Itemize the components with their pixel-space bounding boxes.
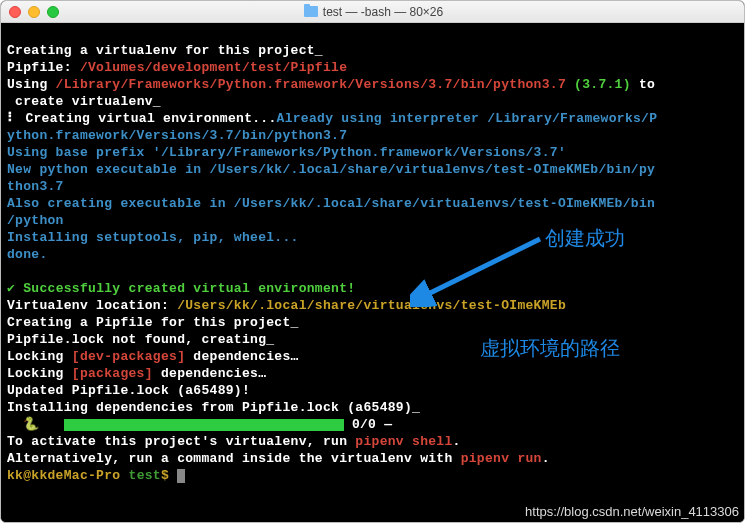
- output-text: .: [453, 434, 461, 449]
- output-line: Creating a virtualenv for this project_: [7, 43, 323, 58]
- window-title: test — -bash — 80×26: [59, 5, 688, 19]
- command-hint: pipenv shell: [355, 434, 452, 449]
- output-info: Using base prefix '/Library/Frameworks/P…: [7, 145, 566, 160]
- command-hint: pipenv run: [461, 451, 542, 466]
- output-info: Already using interpreter /Library/Frame…: [277, 111, 658, 126]
- progress-bar: [64, 419, 344, 431]
- annotation-success: 创建成功: [545, 225, 625, 252]
- terminal-body[interactable]: Creating a virtualenv for this project_ …: [1, 23, 744, 522]
- output-line: create virtualenv_: [7, 94, 161, 109]
- python-version: (3.7.1): [566, 77, 631, 92]
- title-text: test — -bash — 80×26: [323, 5, 443, 19]
- output-text: to: [631, 77, 655, 92]
- output-label: Locking: [7, 366, 72, 381]
- output-info: thon3.7: [7, 179, 64, 194]
- output-text: Alternatively, run a command inside the …: [7, 451, 461, 466]
- output-info: Also creating executable in /Users/kk/.l…: [7, 196, 655, 211]
- output-label: Locking: [7, 349, 72, 364]
- watermark: https://blog.csdn.net/weixin_4113306: [525, 504, 739, 519]
- prompt-symbol: $: [161, 468, 177, 483]
- prompt-dir: test: [129, 468, 161, 483]
- snake-icon: 🐍: [7, 417, 64, 432]
- progress-count: 0/0 —: [344, 417, 401, 432]
- terminal-window: test — -bash — 80×26 Creating a virtuale…: [0, 0, 745, 523]
- python-path: /Library/Frameworks/Python.framework/Ver…: [56, 77, 566, 92]
- output-line: Updated Pipfile.lock (a65489)!: [7, 383, 250, 398]
- output-label: Using: [7, 77, 56, 92]
- output-label: Pipfile:: [7, 60, 80, 75]
- minimize-icon[interactable]: [28, 6, 40, 18]
- folder-icon: [304, 6, 318, 17]
- spinner-text: ⠇ Creating virtual environment...: [7, 111, 277, 126]
- output-text: dependencies…: [153, 366, 266, 381]
- output-text: dependencies…: [185, 349, 298, 364]
- output-line: Creating a Pipfile for this project_: [7, 315, 299, 330]
- output-info: New python executable in /Users/kk/.loca…: [7, 162, 655, 177]
- titlebar: test — -bash — 80×26: [1, 1, 744, 23]
- zoom-icon[interactable]: [47, 6, 59, 18]
- output-label: Virtualenv location:: [7, 298, 177, 313]
- output-text: .: [542, 451, 550, 466]
- output-info: Installing setuptools, pip, wheel...: [7, 230, 299, 245]
- output-text: To activate this project's virtualenv, r…: [7, 434, 355, 449]
- prompt-user: kk@kkdeMac-Pro: [7, 468, 129, 483]
- cursor: [177, 469, 185, 483]
- output-info: done.: [7, 247, 48, 262]
- window-controls: [9, 6, 59, 18]
- pipfile-path: /Volumes/development/test/Pipfile: [80, 60, 347, 75]
- output-line: Installing dependencies from Pipfile.loc…: [7, 400, 420, 415]
- lock-group: [packages]: [72, 366, 153, 381]
- annotation-venv-path: 虚拟环境的路径: [480, 335, 620, 362]
- lock-group: [dev-packages]: [72, 349, 185, 364]
- output-line: Pipfile.lock not found, creating_: [7, 332, 274, 347]
- output-info: /python: [7, 213, 64, 228]
- venv-location: /Users/kk/.local/share/virtualenvs/test-…: [177, 298, 566, 313]
- output-info: ython.framework/Versions/3.7/bin/python3…: [7, 128, 347, 143]
- close-icon[interactable]: [9, 6, 21, 18]
- success-line: ✔ Successfully created virtual environme…: [7, 281, 355, 296]
